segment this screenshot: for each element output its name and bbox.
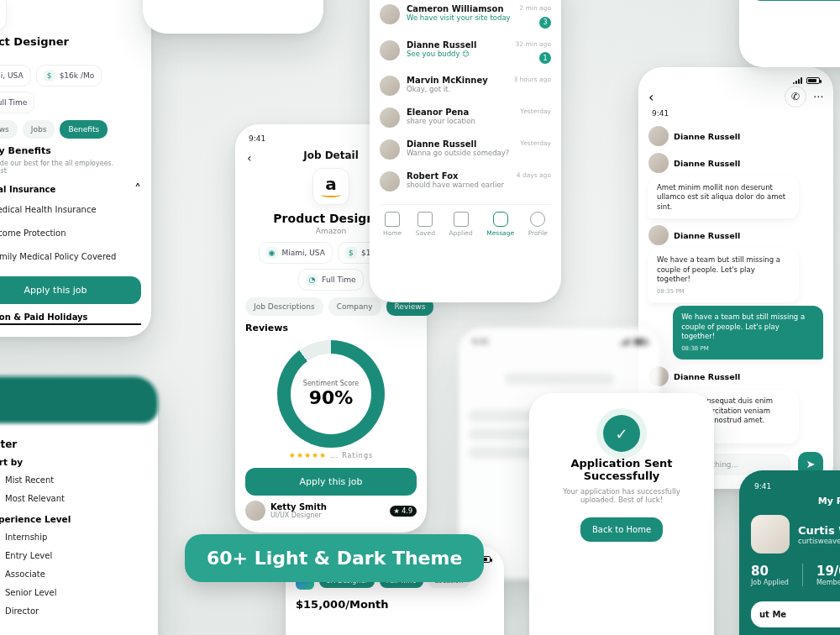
exp-option[interactable]: Internship xyxy=(0,527,138,546)
benefit-row: ✓Income Protection xyxy=(0,221,141,244)
tab-reviews[interactable]: Reviews xyxy=(0,120,18,139)
chevron-up-icon[interactable]: ˄ xyxy=(134,181,141,197)
contact-name: Dianne Russell xyxy=(674,132,740,141)
more-button[interactable]: ⋯ xyxy=(813,91,823,102)
chip-location: ◉Miami, USA xyxy=(259,242,333,264)
update-button[interactable]: Update xyxy=(749,0,840,1)
thread-name: Eleanor Pena xyxy=(407,108,475,117)
chip-jobtype: ◔Full Time xyxy=(0,92,34,113)
sentiment-donut: Sentiment Score 90% xyxy=(277,340,385,448)
thread-name: Cameron Williamson xyxy=(407,4,511,13)
avatar xyxy=(648,225,669,245)
unread-badge: 3 xyxy=(539,17,551,29)
unread-badge: 1 xyxy=(539,52,551,64)
stat-job-applied-lbl: Job Applied xyxy=(751,579,789,586)
apply-job-button[interactable]: Apply this job xyxy=(0,276,141,304)
message-thread[interactable]: Robert Fox should have warned earlier 4 … xyxy=(380,165,551,197)
bottom-nav: Home Saved Applied Message Profile xyxy=(380,204,551,239)
back-button[interactable]: ‹ xyxy=(648,89,654,105)
sender-name: Dianne Russell xyxy=(674,231,740,240)
tab-company[interactable]: Company xyxy=(328,297,381,316)
message-thread[interactable]: Dianne Russell Wanna go outside someday?… xyxy=(380,134,551,165)
review-card[interactable]: Ketty Smith UI/UX Designer ★ 4.9 xyxy=(245,501,417,521)
message-thread[interactable]: Marvin McKinney Okay, got it. 3 hours ag… xyxy=(380,70,551,102)
salary-text: $15,000/Month xyxy=(296,598,494,611)
pin-icon: ◉ xyxy=(266,247,278,259)
bookmark-icon xyxy=(417,212,433,227)
section-title: Reviews xyxy=(245,323,417,333)
dollar-icon: $ xyxy=(345,247,357,259)
thread-time: Yesterday xyxy=(521,108,551,115)
message-thread[interactable]: Cameron Williamson We have visit your si… xyxy=(380,0,551,34)
profile-name: Curtis Weaver xyxy=(798,524,840,537)
applied-icon xyxy=(454,212,469,227)
thread-name: Dianne Russell xyxy=(407,139,509,149)
exp-option[interactable]: Senior Level xyxy=(0,583,138,601)
back-to-home-button[interactable]: Back to Home xyxy=(580,517,663,542)
avatar xyxy=(380,4,400,24)
nav-message[interactable]: Message xyxy=(486,212,514,237)
thread-name: Marvin McKinney xyxy=(407,76,488,85)
about-me-card: ut Me xyxy=(751,601,840,627)
screen-title: My Profile xyxy=(751,496,840,506)
status-bar: 9:41 xyxy=(751,479,840,492)
screen-messages: ⌕ Search Cameron Williamson We have visi… xyxy=(370,0,561,302)
rating-badge: ★ 4.9 xyxy=(390,506,417,517)
benefit-row: ✓Medical Health Insurance xyxy=(0,197,141,221)
clock-text: 9:41 xyxy=(652,109,669,118)
stat-member-since: Member Sinc xyxy=(816,579,840,586)
nav-applied[interactable]: Applied xyxy=(449,212,472,237)
avatar xyxy=(648,153,669,173)
chip-jobtype: ◔Full Time xyxy=(298,269,363,291)
message-thread[interactable]: Dianne Russell See you buddy 😊 32 min ag… xyxy=(380,34,551,71)
success-title: Application Sent Successfully xyxy=(548,457,696,482)
message-thread[interactable]: Eleanor Pena share your location Yesterd… xyxy=(380,102,551,134)
amazon-smile-icon xyxy=(321,192,341,197)
call-button[interactable]: ✆ xyxy=(785,86,806,108)
sort-option[interactable]: Most Relevant xyxy=(0,489,138,507)
avatar xyxy=(648,126,669,146)
tab-job-descriptions[interactable]: Job Descriptions xyxy=(245,297,323,316)
success-subtitle: Your application has successfully upload… xyxy=(548,487,696,504)
nav-saved[interactable]: Saved xyxy=(416,212,435,237)
rating-stars: ★★★★★ ... Ratings xyxy=(245,451,417,459)
nav-profile[interactable]: Profile xyxy=(528,212,548,237)
screen-job-detail-benefits: ob Detail a roduct Designer Amazon ◉mi, … xyxy=(0,0,151,337)
filter-title: Filter xyxy=(0,438,138,450)
job-role: roduct Designer xyxy=(0,35,69,48)
screen-snack: ✦ Your pr... successfully. xyxy=(143,0,323,34)
screen-filter: Filter Sort by Mist Recent Most Relevant… xyxy=(0,376,158,635)
stat-job-applied-num: 80 xyxy=(751,564,789,579)
success-check-icon: ✓ xyxy=(603,415,640,452)
sort-option[interactable]: Mist Recent xyxy=(0,470,138,489)
benefits-subtext: will provide our best for the all employ… xyxy=(0,160,141,175)
timestamp: 08:35 PM xyxy=(657,288,790,296)
reviewer-name: Ketty Smith xyxy=(270,502,327,512)
thread-last-msg: See you buddy 😊 xyxy=(407,50,476,58)
apply-job-button[interactable]: Apply this job xyxy=(245,468,417,496)
message-icon xyxy=(493,212,508,227)
accordion-title-bottom[interactable]: Vacation & Paid Holidays xyxy=(0,312,141,325)
profile-icon xyxy=(530,212,545,227)
benefit-row: ✓Family Medical Policy Covered xyxy=(0,244,141,268)
avatar xyxy=(380,40,400,60)
tab-jobs[interactable]: Jobs xyxy=(23,120,55,139)
exp-option[interactable]: Entry Level xyxy=(0,546,138,564)
clock-text: 9:41 xyxy=(249,134,265,143)
profile-email: curtisweaver@example.com xyxy=(798,537,840,545)
thread-last-msg: should have warned earlier xyxy=(407,181,504,189)
screen-title: Job Detail xyxy=(303,150,359,161)
back-button[interactable]: ‹ xyxy=(247,151,252,165)
sort-by-title: Sort by xyxy=(0,457,138,467)
experience-title: Experience Level xyxy=(0,514,138,524)
screen-update: Update xyxy=(739,0,840,67)
thread-last-msg: Okay, got it. xyxy=(407,85,488,93)
thread-name: Dianne Russell xyxy=(407,40,476,50)
nav-home[interactable]: Home xyxy=(383,212,402,237)
battery-icon xyxy=(806,77,820,84)
thread-time: 3 hours ago xyxy=(513,76,551,83)
exp-option[interactable]: Director xyxy=(0,601,138,620)
exp-option[interactable]: Associate xyxy=(0,564,138,583)
tab-benefits[interactable]: Benefits xyxy=(60,120,108,139)
accordion-title[interactable]: Medical Insurance xyxy=(0,185,55,194)
